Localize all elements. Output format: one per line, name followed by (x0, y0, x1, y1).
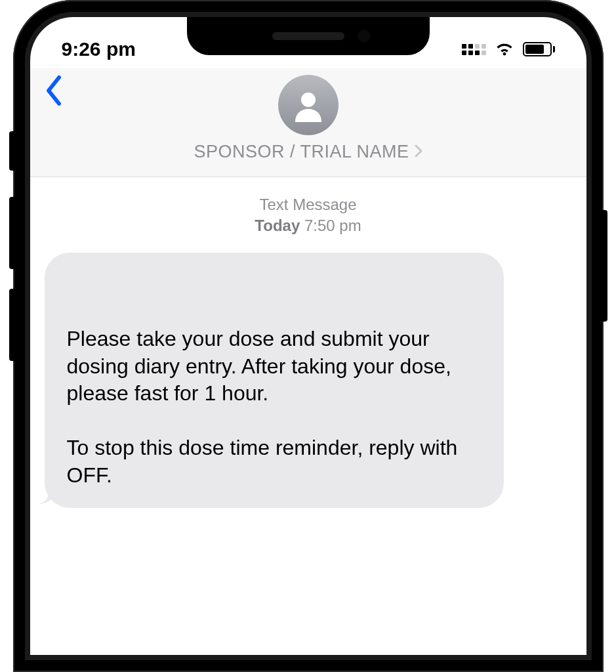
contact-name-button[interactable]: SPONSOR / TRIAL NAME (194, 142, 422, 162)
wifi-icon (494, 41, 515, 57)
message-day-label: Today (255, 217, 300, 234)
phone-frame: 9:26 pm (13, 0, 604, 672)
status-time: 9:26 pm (62, 38, 136, 60)
mute-switch (9, 131, 16, 171)
contact-avatar[interactable] (278, 75, 339, 135)
power-button (601, 210, 607, 322)
message-timestamp: Text Message Today 7:50 pm (45, 194, 572, 237)
message-thread[interactable]: Text Message Today 7:50 pm Please take y… (30, 177, 586, 525)
contact-name-label: SPONSOR / TRIAL NAME (194, 142, 409, 162)
conversation-header: SPONSOR / TRIAL NAME (30, 68, 586, 177)
speaker-grille (272, 32, 344, 40)
incoming-message-row: Please take your dose and submit your do… (45, 253, 572, 508)
message-time-label: 7:50 pm (304, 217, 361, 234)
svg-point-0 (301, 93, 316, 107)
incoming-message-bubble[interactable]: Please take your dose and submit your do… (45, 253, 504, 508)
front-camera (358, 30, 371, 43)
chevron-right-icon (415, 143, 422, 161)
volume-down-button (9, 289, 16, 361)
screen: 9:26 pm (30, 17, 586, 655)
cellular-signal-icon (462, 44, 486, 55)
phone-bezel: 9:26 pm (25, 12, 592, 660)
message-type-label: Text Message (45, 194, 572, 215)
bubble-tail-icon (39, 487, 56, 504)
person-icon (290, 87, 327, 123)
volume-up-button (9, 197, 16, 269)
message-text: Please take your dose and submit your do… (67, 327, 458, 487)
notch (187, 17, 430, 55)
back-button[interactable] (45, 75, 62, 106)
status-icons (462, 41, 555, 57)
battery-icon (523, 42, 555, 56)
